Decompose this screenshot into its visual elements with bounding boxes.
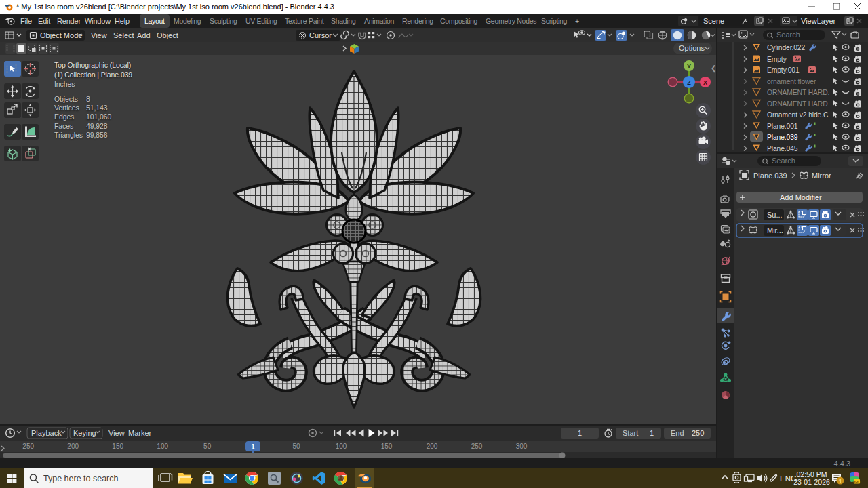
- svg-text:Cylinder.022: Cylinder.022: [767, 44, 805, 52]
- svg-text:View: View: [91, 31, 107, 39]
- svg-text:Mirror: Mirror: [812, 171, 831, 180]
- svg-text:Empty: Empty: [767, 56, 787, 63]
- svg-text:100: 100: [336, 443, 347, 450]
- svg-text:Su...: Su...: [767, 211, 783, 219]
- svg-text:1: 1: [838, 478, 842, 485]
- svg-text:Search: Search: [772, 157, 795, 165]
- svg-text:Search: Search: [776, 30, 800, 39]
- svg-text:-100: -100: [155, 443, 168, 450]
- svg-text:300: 300: [516, 443, 528, 450]
- svg-text:250: 250: [692, 429, 704, 437]
- svg-text:Mir...: Mir...: [767, 226, 783, 235]
- svg-text:Plane.045: Plane.045: [767, 145, 798, 152]
- svg-text:Start: Start: [623, 429, 638, 437]
- svg-text:PRO: PRO: [853, 480, 862, 484]
- svg-text:Empty.001: Empty.001: [767, 66, 800, 74]
- svg-text:Add Modifier: Add Modifier: [780, 193, 822, 201]
- svg-text:23-01-2026: 23-01-2026: [793, 478, 830, 486]
- svg-text:Playback: Playback: [31, 429, 62, 437]
- svg-text:View: View: [108, 429, 125, 437]
- svg-text:-50: -50: [201, 443, 212, 450]
- svg-text:02:50 PM: 02:50 PM: [797, 470, 827, 479]
- svg-text:End: End: [671, 429, 684, 437]
- svg-text:Plane.039: Plane.039: [753, 171, 787, 180]
- svg-text:ornament flower: ornament flower: [767, 78, 816, 85]
- svg-text:50: 50: [292, 443, 300, 450]
- svg-text:-200: -200: [65, 443, 79, 450]
- svg-text:-250: -250: [20, 443, 34, 450]
- svg-text:1: 1: [578, 429, 582, 437]
- svg-text:-150: -150: [110, 443, 123, 450]
- svg-text:ORNAMENT HARD.: ORNAMENT HARD.: [767, 89, 829, 96]
- svg-text:Marker: Marker: [128, 429, 152, 437]
- svg-text:1: 1: [650, 429, 654, 437]
- svg-text:Object: Object: [157, 31, 178, 39]
- svg-text:X: X: [703, 79, 707, 86]
- svg-text:Z: Z: [687, 79, 691, 86]
- svg-text:1: 1: [251, 443, 255, 451]
- svg-text:ORNAMENT HARD: ORNAMENT HARD: [767, 100, 827, 108]
- svg-text:Plane.001: Plane.001: [767, 123, 798, 130]
- svg-text:Ornament v2 hide.C: Ornament v2 hide.C: [767, 111, 829, 119]
- svg-text:200: 200: [427, 443, 438, 450]
- svg-text:Scene: Scene: [703, 17, 724, 25]
- svg-text:Y: Y: [687, 63, 691, 70]
- svg-text:Select: Select: [113, 31, 134, 39]
- svg-text:Add: Add: [137, 31, 151, 39]
- svg-text:150: 150: [381, 443, 393, 450]
- svg-text:ViewLayer: ViewLayer: [801, 17, 835, 25]
- svg-text:Options: Options: [679, 44, 705, 52]
- svg-text:250: 250: [471, 443, 483, 450]
- svg-text:Plane.039: Plane.039: [767, 134, 798, 141]
- svg-text:Cursor: Cursor: [309, 31, 332, 39]
- svg-text:Keying: Keying: [73, 429, 96, 437]
- svg-text:Object Mode: Object Mode: [40, 31, 82, 39]
- svg-text:Type here to search: Type here to search: [43, 474, 119, 483]
